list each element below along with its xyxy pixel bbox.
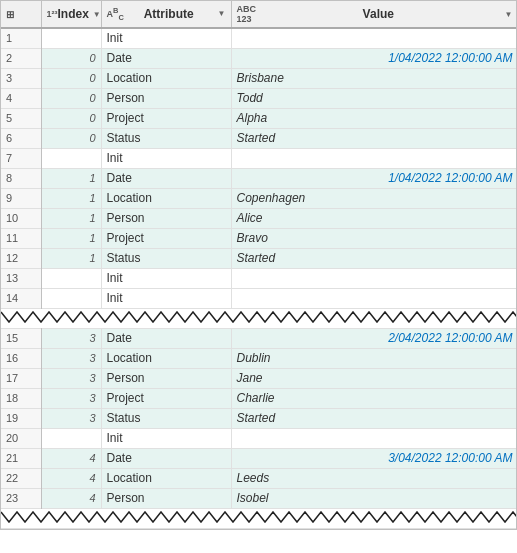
cell-attrnum: 0 xyxy=(41,128,101,148)
cell-attrnum: 0 xyxy=(41,108,101,128)
cell-rownumber: 19 xyxy=(1,408,41,428)
cell-attribute: Status xyxy=(101,128,231,148)
cell-rownumber: 1 xyxy=(1,28,41,48)
table-row: 7Init xyxy=(1,148,517,168)
col-header-index-dropdown[interactable]: ▼ xyxy=(93,10,101,19)
cell-attrnum: 1 xyxy=(41,188,101,208)
cell-value xyxy=(231,428,517,448)
cell-attrnum: 1 xyxy=(41,208,101,228)
cell-rownumber: 5 xyxy=(1,108,41,128)
data-table: ⊞ 1²³ Index ▼ ABC Attribute ▼ xyxy=(0,0,517,530)
cell-value: Started xyxy=(231,248,517,268)
col-header-attribute-label: Attribute xyxy=(144,7,194,21)
cell-attrnum: 3 xyxy=(41,388,101,408)
cell-value: Charlie xyxy=(231,388,517,408)
cell-attribute: Date xyxy=(101,448,231,468)
table-row: 81Date1/04/2022 12:00:00 AM xyxy=(1,168,517,188)
table-row: 14Init xyxy=(1,288,517,308)
cell-attribute: Project xyxy=(101,108,231,128)
table-row: 20Init xyxy=(1,428,517,448)
cell-value: 2/04/2022 12:00:00 AM xyxy=(231,328,517,348)
cell-rownumber: 13 xyxy=(1,268,41,288)
cell-attribute: Status xyxy=(101,248,231,268)
cell-value: 3/04/2022 12:00:00 AM xyxy=(231,448,517,468)
zigzag-separator xyxy=(1,308,517,328)
table-row: 101PersonAlice xyxy=(1,208,517,228)
grid-icon: ⊞ xyxy=(6,9,14,20)
cell-attrnum: 3 xyxy=(41,328,101,348)
cell-attribute: Location xyxy=(101,68,231,88)
cell-value xyxy=(231,288,517,308)
cell-attrnum xyxy=(41,268,101,288)
cell-attrnum: 1 xyxy=(41,168,101,188)
cell-rownumber: 11 xyxy=(1,228,41,248)
cell-attrnum xyxy=(41,28,101,48)
table-row: 224LocationLeeds xyxy=(1,468,517,488)
col-header-value-icon: ABC123 xyxy=(237,4,257,24)
zigzag-separator xyxy=(1,508,517,528)
table-row: 91LocationCopenhagen xyxy=(1,188,517,208)
table-row: 1Init xyxy=(1,28,517,48)
table-row: 20Date1/04/2022 12:00:00 AM xyxy=(1,48,517,68)
col-header-rownumber: ⊞ xyxy=(1,1,41,28)
cell-value: Dublin xyxy=(231,348,517,368)
cell-attribute: Person xyxy=(101,488,231,508)
cell-rownumber: 22 xyxy=(1,468,41,488)
cell-rownumber: 20 xyxy=(1,428,41,448)
cell-rownumber: 3 xyxy=(1,68,41,88)
col-header-attribute[interactable]: ABC Attribute ▼ xyxy=(101,1,231,28)
table-header: ⊞ 1²³ Index ▼ ABC Attribute ▼ xyxy=(1,1,517,28)
cell-rownumber: 2 xyxy=(1,48,41,68)
cell-value: Bravo xyxy=(231,228,517,248)
cell-attrnum: 4 xyxy=(41,488,101,508)
table-row: 234PersonIsobel xyxy=(1,488,517,508)
cell-attribute: Init xyxy=(101,148,231,168)
cell-attribute: Person xyxy=(101,368,231,388)
cell-attribute: Person xyxy=(101,208,231,228)
cell-rownumber: 21 xyxy=(1,448,41,468)
col-header-index-label: Index xyxy=(58,7,89,21)
cell-value: Copenhagen xyxy=(231,188,517,208)
cell-attrnum xyxy=(41,148,101,168)
cell-value xyxy=(231,268,517,288)
cell-attribute: Location xyxy=(101,348,231,368)
cell-value xyxy=(231,28,517,48)
col-header-value[interactable]: ABC123 Value ▼ xyxy=(231,1,517,28)
cell-rownumber: 15 xyxy=(1,328,41,348)
cell-rownumber: 23 xyxy=(1,488,41,508)
cell-rownumber: 6 xyxy=(1,128,41,148)
table-body: 1Init20Date1/04/2022 12:00:00 AM30Locati… xyxy=(1,28,517,528)
table-row: 214Date3/04/2022 12:00:00 AM xyxy=(1,448,517,468)
col-header-value-dropdown[interactable]: ▼ xyxy=(505,10,513,19)
cell-attribute: Init xyxy=(101,268,231,288)
cell-value: Alice xyxy=(231,208,517,228)
cell-attrnum: 4 xyxy=(41,468,101,488)
cell-value: Brisbane xyxy=(231,68,517,88)
cell-attribute: Date xyxy=(101,48,231,68)
cell-attrnum: 0 xyxy=(41,48,101,68)
cell-rownumber: 12 xyxy=(1,248,41,268)
cell-attrnum: 0 xyxy=(41,88,101,108)
zigzag-icon xyxy=(1,310,517,324)
cell-attrnum xyxy=(41,428,101,448)
cell-rownumber: 4 xyxy=(1,88,41,108)
cell-rownumber: 18 xyxy=(1,388,41,408)
col-header-attribute-dropdown[interactable]: ▼ xyxy=(218,9,226,18)
table-row: 183ProjectCharlie xyxy=(1,388,517,408)
cell-value: Jane xyxy=(231,368,517,388)
cell-attrnum: 1 xyxy=(41,228,101,248)
col-header-index[interactable]: 1²³ Index ▼ xyxy=(41,1,101,28)
cell-attrnum: 4 xyxy=(41,448,101,468)
table-row: 173PersonJane xyxy=(1,368,517,388)
col-header-attribute-icon: ABC xyxy=(107,6,124,22)
table-row: 193StatusStarted xyxy=(1,408,517,428)
cell-value: Started xyxy=(231,128,517,148)
table-row: 50ProjectAlpha xyxy=(1,108,517,128)
cell-rownumber: 17 xyxy=(1,368,41,388)
cell-rownumber: 14 xyxy=(1,288,41,308)
cell-attribute: Init xyxy=(101,428,231,448)
cell-value xyxy=(231,148,517,168)
col-header-value-label: Value xyxy=(363,7,394,21)
cell-attribute: Project xyxy=(101,388,231,408)
cell-value: Started xyxy=(231,408,517,428)
